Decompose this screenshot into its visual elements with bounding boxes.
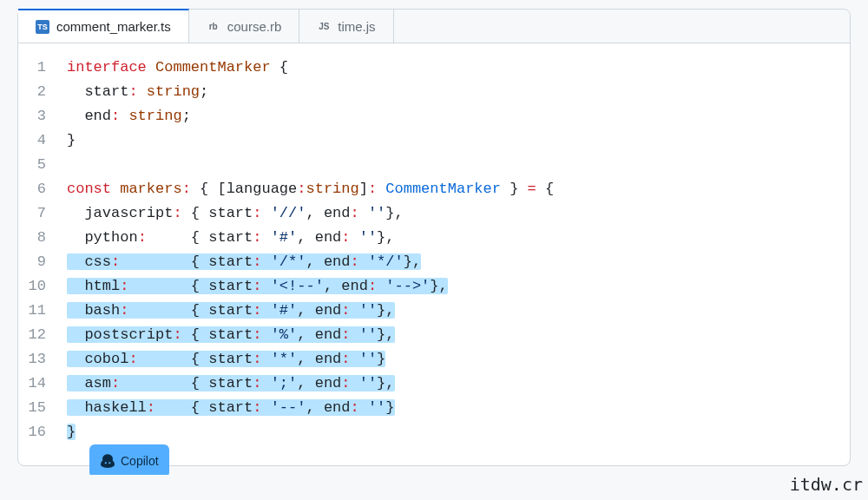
line-number: 7 [18,201,67,226]
line-number: 9 [18,250,67,274]
code-line: 6const markers: { [language:string]: Com… [18,177,850,201]
code-content[interactable]: python: { start: '#', end: ''}, [67,226,395,250]
code-line: 5 [18,153,850,177]
code-content[interactable]: postscript: { start: '%', end: ''}, [67,323,395,347]
code-area: 1interface CommentMarker {2 start: strin… [18,43,850,465]
line-number: 1 [18,56,67,80]
code-line: 10 html: { start: '<!--', end: '-->'}, [18,274,850,299]
copilot-label: Copilot [121,449,159,473]
tab-bar: TScomment_marker.tsrbcourse.rbJStime.js [18,10,850,43]
code-line: 12 postscript: { start: '%', end: ''}, [18,323,850,347]
code-line: 1interface CommentMarker { [18,56,850,80]
code-content[interactable]: haskell: { start: '--', end: ''} [67,396,395,420]
copilot-badge[interactable]: Copilot [89,444,169,475]
code-content[interactable]: } [67,128,76,153]
code-line: 14 asm: { start: ';', end: ''}, [18,372,850,396]
line-number: 16 [18,420,67,444]
code-content[interactable]: javascript: { start: '//', end: ''}, [67,201,404,226]
code-content[interactable]: const markers: { [language:string]: Comm… [67,177,554,201]
file-icon: rb [207,19,220,33]
code-line: 7 javascript: { start: '//', end: ''}, [18,201,850,226]
code-content[interactable]: html: { start: '<!--', end: '-->'}, [67,274,448,299]
code-content[interactable]: end: string; [67,104,191,128]
code-line: 8 python: { start: '#', end: ''}, [18,226,850,250]
code-content[interactable]: bash: { start: '#', end: ''}, [67,299,395,323]
copilot-icon [100,453,115,469]
line-number: 15 [18,396,67,420]
code-content[interactable]: cobol: { start: '*', end: ''} [67,347,385,372]
code-line: 4} [18,128,850,153]
line-number: 6 [18,177,67,201]
code-line: 16} [18,420,850,444]
code-content[interactable]: } [67,420,76,444]
file-icon: TS [36,20,49,34]
line-number: 13 [18,347,67,372]
line-number: 5 [18,153,67,177]
tab-course-rb[interactable]: rbcourse.rb [189,10,300,43]
code-line: 2 start: string; [18,80,850,104]
code-content[interactable]: css: { start: '/*', end: '*/'}, [67,250,421,274]
code-content[interactable]: start: string; [67,80,208,104]
line-number: 8 [18,226,67,250]
line-number: 11 [18,299,67,323]
code-content[interactable]: asm: { start: ';', end: ''}, [67,372,395,396]
editor-card: TScomment_marker.tsrbcourse.rbJStime.js … [17,9,851,466]
line-number: 3 [18,104,67,128]
line-number: 2 [18,80,67,104]
tab-label: comment_marker.ts [56,19,171,34]
code-line: 3 end: string; [18,104,850,128]
line-number: 12 [18,323,67,347]
code-line: 13 cobol: { start: '*', end: ''} [18,347,850,372]
line-number: 14 [18,372,67,396]
tab-time-js[interactable]: JStime.js [299,10,393,43]
tab-label: course.rb [227,19,282,34]
code-content[interactable]: interface CommentMarker { [67,56,288,80]
line-number: 4 [18,128,67,153]
code-line: 9 css: { start: '/*', end: '*/'}, [18,250,850,274]
code-line: 15 haskell: { start: '--', end: ''} [18,396,850,420]
watermark: itdw.cr [790,474,863,475]
file-icon: JS [317,19,331,33]
code-line: 11 bash: { start: '#', end: ''}, [18,299,850,323]
line-number: 10 [18,274,67,299]
tab-comment_marker-ts[interactable]: TScomment_marker.ts [18,9,189,43]
tab-label: time.js [338,19,375,34]
